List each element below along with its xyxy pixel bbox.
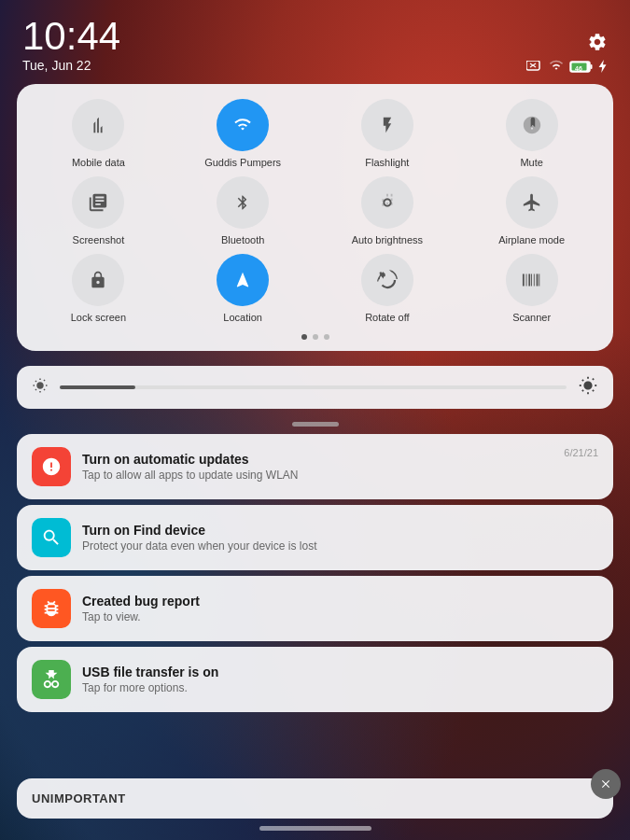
svg-text:46: 46 [575,65,582,72]
qs-lock-screen[interactable]: Lock screen [28,254,169,324]
qs-mute-label: Mute [520,157,542,169]
qs-mute[interactable]: Mute [461,99,602,169]
status-bar: 10:44 Tue, Jun 22 46 [0,0,630,77]
qs-airplane-mode-btn[interactable] [506,176,558,229]
home-bar[interactable] [259,826,371,831]
qs-location-label: Location [223,312,262,324]
quick-settings-panel: Mobile data Guddis Pumpers Flashlight [17,84,613,351]
qs-scanner[interactable]: Scanner [461,254,602,324]
notif-bug-report-subtitle: Tap to view. [82,610,598,623]
qs-auto-brightness-btn[interactable] [361,176,413,229]
status-icons: 46 [526,60,608,73]
notif-find-device-title: Turn on Find device [82,523,598,538]
notif-usb-transfer[interactable]: USB file transfer is on Tap for more opt… [17,647,613,712]
qs-page-dots [28,334,602,340]
notif-find-device-icon [32,518,71,557]
dismiss-label: UNIMPORTANT [17,778,613,819]
notif-bug-report-icon [32,589,71,628]
notif-auto-updates-icon [32,447,71,486]
notif-auto-updates-time: 6/21/21 [564,447,598,458]
notif-find-device[interactable]: Turn on Find device Protect your data ev… [17,505,613,570]
qs-mobile-data[interactable]: Mobile data [28,99,169,169]
qs-airplane-mode-label: Airplane mode [498,234,565,246]
drag-bar [292,422,339,427]
qs-screenshot-btn[interactable] [72,176,124,229]
qs-wifi-btn[interactable] [217,99,269,151]
qs-scanner-btn[interactable] [506,254,558,306]
svg-rect-4 [591,64,593,69]
qs-lock-screen-label: Lock screen [71,312,126,324]
qs-location-btn[interactable] [217,254,269,306]
qs-rotate-off[interactable]: Rotate off [317,254,458,324]
qs-dot-1[interactable] [301,334,307,340]
qs-rotate-off-btn[interactable] [361,254,413,306]
qs-flashlight[interactable]: Flashlight [317,99,458,169]
notif-bug-report-title: Created bug report [82,594,598,609]
notif-auto-updates-title: Turn on automatic updates [82,452,553,467]
notif-usb-transfer-title: USB file transfer is on [82,665,598,679]
qs-bluetooth-btn[interactable] [217,176,269,229]
qs-scanner-label: Scanner [512,312,551,324]
qs-mute-btn[interactable] [506,99,558,151]
notif-auto-updates-content: Turn on automatic updates Tap to allow a… [82,452,553,482]
qs-screenshot[interactable]: Screenshot [28,176,169,246]
qs-dot-3[interactable] [324,334,329,340]
qs-auto-brightness[interactable]: Auto brightness [317,176,458,246]
dismiss-area: UNIMPORTANT [17,778,613,819]
qs-flashlight-label: Flashlight [365,157,409,169]
notif-usb-transfer-subtitle: Tap for more options. [82,681,598,694]
brightness-low-icon [32,377,49,398]
notif-find-device-content: Turn on Find device Protect your data ev… [82,523,598,553]
brightness-track[interactable] [60,385,567,389]
qs-wifi[interactable]: Guddis Pumpers [173,99,314,169]
notif-bug-report[interactable]: Created bug report Tap to view. [17,576,613,641]
qs-wifi-label: Guddis Pumpers [204,157,281,169]
qs-location[interactable]: Location [173,254,314,324]
notif-usb-transfer-icon [32,660,71,699]
notif-usb-transfer-content: USB file transfer is on Tap for more opt… [82,665,598,694]
brightness-slider[interactable] [17,366,613,409]
qs-grid: Mobile data Guddis Pumpers Flashlight [28,99,602,325]
clock: 10:44 [22,17,120,56]
date: Tue, Jun 22 [22,58,120,73]
qs-bluetooth[interactable]: Bluetooth [173,176,314,246]
notifications-list: Turn on automatic updates Tap to allow a… [17,434,613,775]
qs-lock-screen-btn[interactable] [72,254,124,306]
drag-indicator [0,422,630,427]
qs-auto-brightness-label: Auto brightness [352,234,423,246]
notif-find-device-subtitle: Protect your data even when your device … [82,539,598,553]
qs-flashlight-btn[interactable] [361,99,413,151]
qs-dot-2[interactable] [313,334,318,340]
qs-mobile-data-btn[interactable] [72,99,124,151]
qs-screenshot-label: Screenshot [73,234,125,246]
gear-icon[interactable] [587,32,608,56]
qs-rotate-off-label: Rotate off [365,312,410,324]
home-indicator [0,819,630,840]
dismiss-button[interactable] [591,769,621,799]
brightness-high-icon [578,375,598,399]
notif-bug-report-content: Created bug report Tap to view. [82,594,598,623]
qs-bluetooth-label: Bluetooth [221,234,264,246]
qs-mobile-data-label: Mobile data [72,157,125,169]
brightness-fill [60,385,135,389]
notif-auto-updates-subtitle: Tap to allow all apps to update using WL… [82,469,553,482]
qs-airplane-mode[interactable]: Airplane mode [461,176,602,246]
notif-auto-updates[interactable]: Turn on automatic updates Tap to allow a… [17,434,613,499]
